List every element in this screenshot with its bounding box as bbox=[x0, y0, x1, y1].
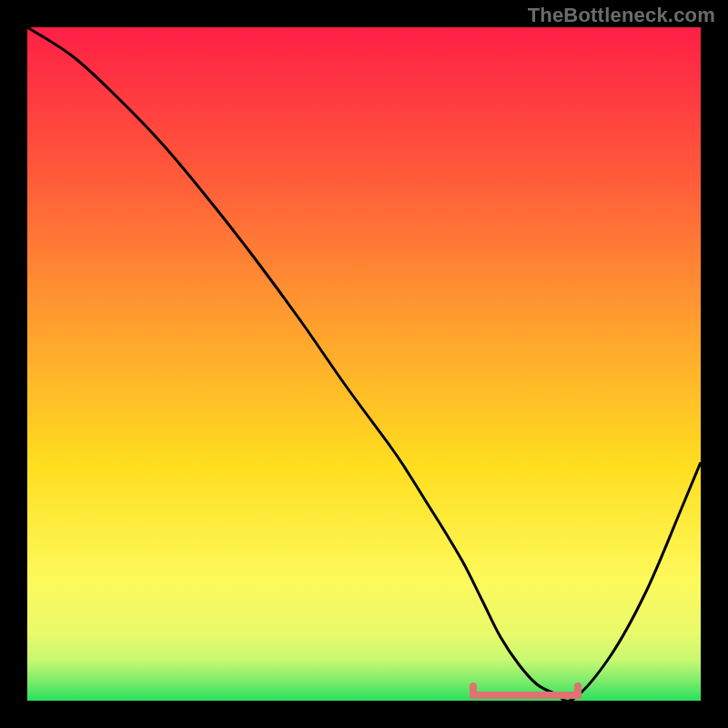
gradient-background bbox=[27, 27, 701, 701]
watermark-text: TheBottleneck.com bbox=[528, 4, 715, 27]
plot-area bbox=[27, 27, 701, 701]
chart-container: TheBottleneck.com bbox=[0, 0, 728, 728]
chart-svg bbox=[27, 27, 701, 701]
